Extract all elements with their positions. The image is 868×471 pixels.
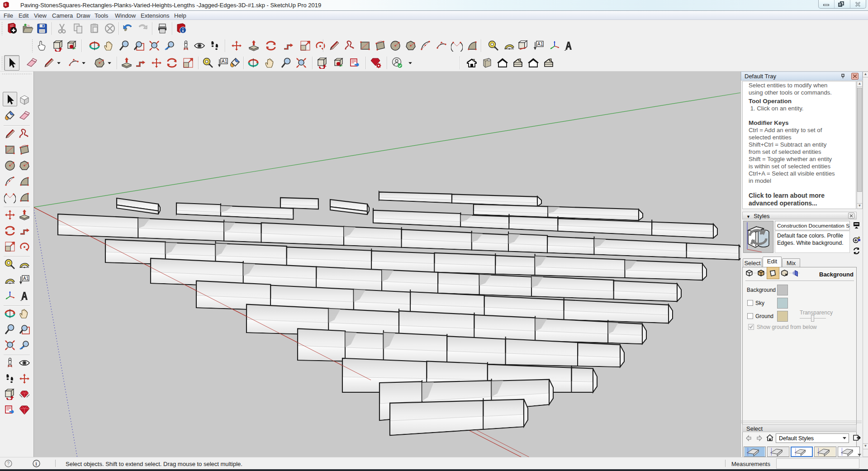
svg-text:A1: A1 <box>537 42 543 47</box>
svg-text:i: i <box>36 461 37 466</box>
svg-text:A1: A1 <box>23 276 29 281</box>
svg-text:?: ? <box>7 461 10 466</box>
svg-text:A1: A1 <box>222 59 228 64</box>
